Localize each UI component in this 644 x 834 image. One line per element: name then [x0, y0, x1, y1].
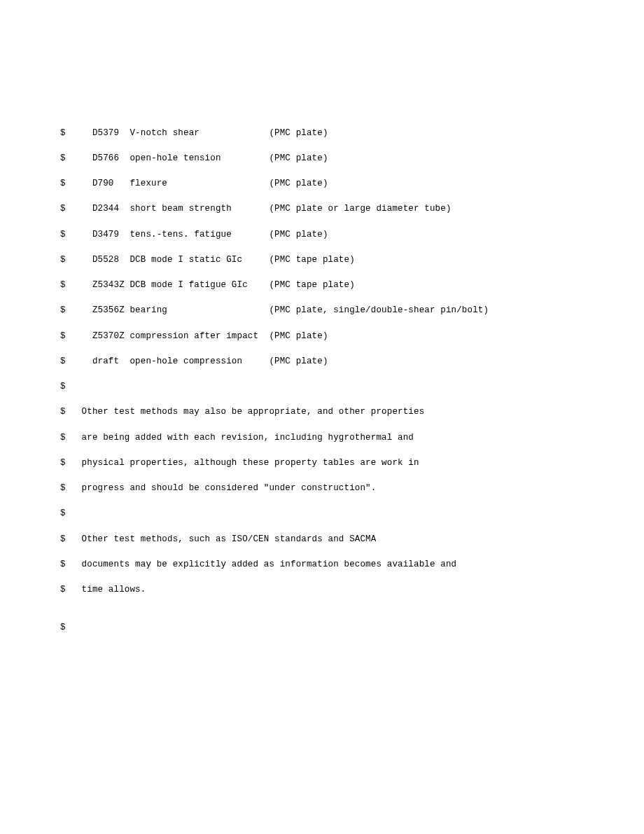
- doc-line: $ documents may be explicitly added as i…: [60, 558, 644, 571]
- doc-line: $ progress and should be considered "und…: [60, 482, 644, 494]
- doc-line: $: [60, 621, 644, 634]
- doc-line: $: [60, 507, 644, 520]
- doc-line: $ D5766 open-hole tension (PMC plate): [60, 152, 644, 165]
- doc-line: $ physical properties, although these pr…: [60, 457, 644, 469]
- doc-line: $ Z5356Z bearing (PMC plate, single/doub…: [60, 304, 644, 317]
- doc-line: $ D5379 V-notch shear (PMC plate): [60, 127, 644, 139]
- doc-line: $ Z5343Z DCB mode I fatigue GIc (PMC tap…: [60, 279, 644, 291]
- doc-line: $ draft open-hole compression (PMC plate…: [60, 355, 644, 368]
- doc-line: $ D5528 DCB mode I static GIc (PMC tape …: [60, 253, 644, 266]
- doc-line: $ are being added with each revision, in…: [60, 431, 644, 444]
- doc-line: $ Other test methods may also be appropr…: [60, 405, 644, 418]
- doc-line: $: [60, 380, 644, 393]
- doc-line: $ Z5370Z compression after impact (PMC p…: [60, 330, 644, 342]
- doc-line: $ D790 flexure (PMC plate): [60, 177, 644, 190]
- doc-line: $ time allows.: [60, 583, 644, 596]
- doc-line: $ Other test methods, such as ISO/CEN st…: [60, 533, 644, 545]
- doc-line: $ D3479 tens.-tens. fatigue (PMC plate): [60, 228, 644, 241]
- doc-line: $ D2344 short beam strength (PMC plate o…: [60, 202, 644, 215]
